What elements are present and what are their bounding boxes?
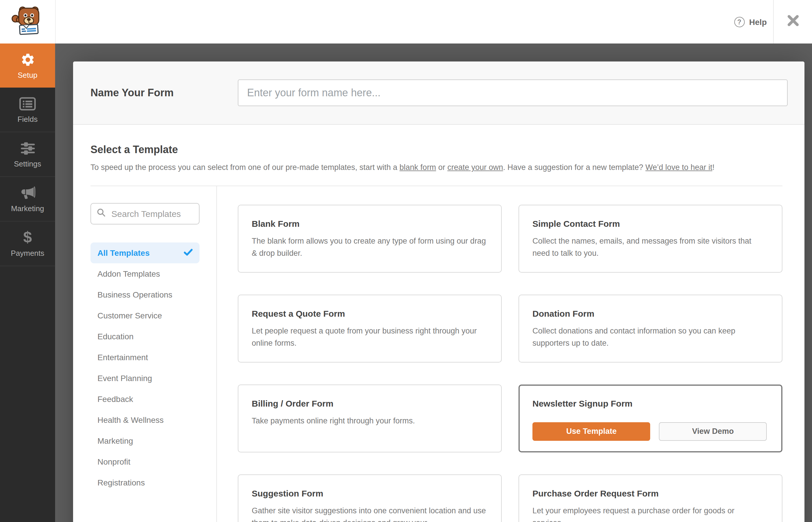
template-card-donation-form[interactable]: Donation Form Collect donations and cont…: [519, 295, 783, 362]
category-all-templates[interactable]: All Templates: [90, 242, 200, 263]
category-label: Customer Service: [98, 311, 162, 320]
dollar-icon: $: [23, 230, 32, 245]
description-text: or: [436, 163, 447, 172]
category-label: Feedback: [98, 395, 133, 404]
help-label: Help: [749, 17, 767, 26]
name-your-form-section: Name Your Form: [73, 61, 805, 125]
category-customer-service[interactable]: Customer Service: [90, 305, 200, 326]
category-event-planning[interactable]: Event Planning: [90, 368, 200, 388]
category-label: Nonprofit: [98, 457, 130, 466]
category-addon-templates[interactable]: Addon Templates: [90, 263, 200, 284]
top-bar: ? Help: [0, 0, 812, 43]
select-template-description: To speed up the process you can select f…: [90, 162, 783, 174]
category-feedback[interactable]: Feedback: [90, 388, 200, 409]
template-description: The blank form allows you to create any …: [252, 236, 486, 260]
template-card-grid: Blank Form The blank form allows you to …: [238, 205, 783, 522]
sidebar-item-setup[interactable]: Setup: [0, 43, 55, 87]
category-label: Health & Wellness: [98, 415, 164, 425]
template-name: Billing / Order Form: [252, 399, 486, 408]
search-templates-box[interactable]: [90, 203, 200, 224]
category-registrations[interactable]: Registrations: [90, 472, 200, 493]
category-business-operations[interactable]: Business Operations: [90, 284, 200, 305]
close-builder-button[interactable]: [773, 0, 812, 43]
template-browser: All Templates Addon Templates Business O…: [73, 186, 805, 522]
search-templates-input[interactable]: [110, 208, 193, 219]
template-description: Collect donations and contact informatio…: [532, 325, 767, 350]
sidebar-item-settings[interactable]: Settings: [0, 132, 55, 177]
description-text: !: [712, 163, 714, 172]
template-description: Let your employees request a purchase or…: [532, 505, 767, 522]
template-description: Collect the names, emails, and messages …: [532, 236, 767, 260]
gear-icon: [20, 52, 35, 67]
template-card-purchase-order-request-form[interactable]: Purchase Order Request Form Let your emp…: [519, 475, 783, 522]
blank-form-link[interactable]: blank form: [400, 163, 436, 172]
category-health-wellness[interactable]: Health & Wellness: [90, 409, 200, 430]
sidebar-item-fields[interactable]: Fields: [0, 87, 55, 132]
category-label: Entertainment: [98, 353, 148, 362]
builder-backdrop: Name Your Form Select a Template To spee…: [55, 43, 812, 522]
template-card-newsletter-signup-form[interactable]: Newsletter Signup Form Use Template View…: [519, 384, 783, 453]
wpforms-logo: [0, 0, 56, 43]
search-icon: [97, 208, 105, 219]
category-label: All Templates: [98, 248, 150, 258]
template-description: Take payments online right through your …: [252, 415, 486, 427]
suggestion-link[interactable]: We’d love to hear it: [646, 163, 712, 172]
form-name-input[interactable]: [238, 79, 788, 106]
template-card-simple-contact-form[interactable]: Simple Contact Form Collect the names, e…: [519, 205, 783, 273]
sliders-icon: [19, 141, 36, 156]
template-card-blank-form[interactable]: Blank Form The blank form allows you to …: [238, 205, 502, 273]
template-name: Donation Form: [532, 308, 767, 318]
sidebar-item-marketing[interactable]: Marketing: [0, 177, 55, 222]
template-name: Newsletter Signup Form: [532, 399, 767, 408]
category-label: Education: [98, 332, 134, 341]
template-name: Request a Quote Form: [252, 308, 486, 318]
check-icon: [184, 248, 192, 258]
question-circle-icon: ?: [734, 17, 745, 27]
template-card-request-a-quote-form[interactable]: Request a Quote Form Let people request …: [238, 295, 502, 362]
setup-panel: Name Your Form Select a Template To spee…: [73, 61, 805, 522]
create-your-own-link[interactable]: create your own: [447, 163, 503, 172]
category-marketing[interactable]: Marketing: [90, 430, 200, 451]
template-card-suggestion-form[interactable]: Suggestion Form Gather site visitor sugg…: [238, 475, 502, 522]
category-label: Registrations: [98, 478, 145, 487]
sidebar-item-label: Fields: [17, 115, 37, 123]
form-builder-window: ? Help Setup: [0, 0, 812, 522]
category-entertainment[interactable]: Entertainment: [90, 347, 200, 368]
view-demo-button[interactable]: View Demo: [659, 422, 767, 441]
sidebar-item-label: Setup: [18, 71, 37, 79]
sidebar-item-payments[interactable]: $ Payments: [0, 222, 55, 266]
sidebar-item-label: Payments: [11, 248, 44, 257]
close-icon: [787, 15, 799, 29]
description-text: To speed up the process you can select f…: [90, 163, 400, 172]
select-template-title: Select a Template: [90, 144, 783, 156]
template-filter-column: All Templates Addon Templates Business O…: [73, 186, 217, 522]
template-card-billing-order-form[interactable]: Billing / Order Form Take payments onlin…: [238, 384, 502, 453]
category-nonprofit[interactable]: Nonprofit: [90, 451, 200, 472]
category-label: Marketing: [98, 436, 133, 445]
topbar-spacer: [56, 0, 728, 43]
sidebar-item-label: Marketing: [11, 204, 44, 213]
category-label: Event Planning: [98, 374, 152, 383]
template-name: Purchase Order Request Form: [532, 488, 767, 498]
name-your-form-label: Name Your Form: [90, 87, 238, 99]
category-label: Addon Templates: [98, 269, 160, 278]
template-cards-column: Blank Form The blank form allows you to …: [217, 186, 805, 522]
template-name: Blank Form: [252, 219, 486, 228]
template-card-actions: Use Template View Demo: [532, 422, 767, 441]
template-name: Suggestion Form: [252, 488, 486, 498]
builder-sidebar: Setup Fields: [0, 43, 55, 522]
category-label: Business Operations: [98, 290, 172, 299]
form-fields-icon: [19, 96, 36, 111]
select-template-header: Select a Template To speed up the proces…: [73, 144, 805, 186]
template-description: Let people request a quote from your bus…: [252, 325, 486, 350]
megaphone-icon: [19, 185, 36, 200]
description-text: . Have a suggestion for a new template?: [503, 163, 646, 172]
template-description: Gather site visitor suggestions into one…: [252, 505, 486, 522]
wpforms-bear-logo-icon: [11, 6, 44, 38]
category-education[interactable]: Education: [90, 326, 200, 347]
sidebar-item-label: Settings: [14, 159, 41, 168]
template-name: Simple Contact Form: [532, 219, 767, 228]
template-category-list: All Templates Addon Templates Business O…: [90, 242, 200, 493]
help-button[interactable]: ? Help: [728, 0, 773, 43]
use-template-button[interactable]: Use Template: [532, 422, 650, 441]
